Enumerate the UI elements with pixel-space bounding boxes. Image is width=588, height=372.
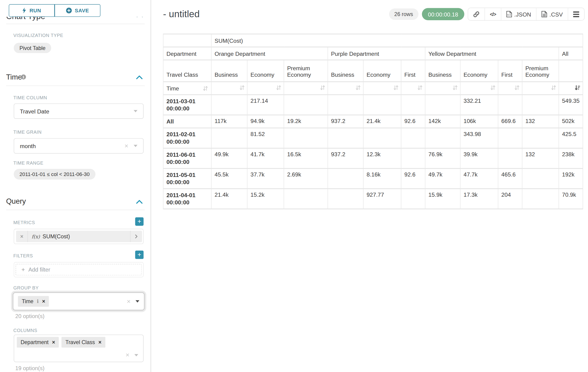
- time-collapse-chevron-icon[interactable]: [136, 75, 143, 80]
- remove-tag-icon[interactable]: ×: [52, 339, 55, 345]
- pivot-col-group-header: Yellow Department: [425, 47, 559, 60]
- pivot-value-cell: 12.3k: [363, 148, 401, 168]
- pivot-value-cell: 549.35: [559, 95, 583, 115]
- columns-tag-travel-class[interactable]: Travel Class ×: [62, 337, 105, 348]
- pivot-sort-cell: [425, 82, 460, 95]
- add-metric-button[interactable]: +: [135, 217, 144, 226]
- pivot-row-label: 2011-06-01 00:00:00: [163, 148, 211, 168]
- sort-icon[interactable]: [417, 85, 423, 91]
- pivot-value-cell: 669.6: [498, 115, 522, 128]
- remove-metric-icon[interactable]: ×: [16, 231, 27, 242]
- time-grain-select[interactable]: month ×: [14, 138, 144, 154]
- pivot-sort-cell: [522, 82, 559, 95]
- sort-icon[interactable]: [320, 85, 325, 91]
- pivot-row-dim-header: Department: [163, 47, 211, 60]
- sort-icon[interactable]: [355, 85, 361, 91]
- pivot-value-cell: 17.3k: [460, 189, 498, 209]
- export-csv-button[interactable]: .CSV: [536, 8, 568, 20]
- pivot-col-group-header: All: [559, 47, 583, 60]
- pivot-col-group-header: Orange Department: [211, 47, 328, 60]
- pivot-col-header: Economy: [460, 60, 498, 82]
- pivot-data-row: 2011-06-01 00:00:0049.9k41.7k16.5k937.21…: [163, 148, 583, 168]
- clear-icon[interactable]: ×: [127, 298, 131, 305]
- pivot-metric-header: SUM(Cost): [211, 34, 583, 47]
- pivot-value-cell: [363, 128, 401, 148]
- clear-icon[interactable]: ×: [126, 352, 129, 358]
- sort-icon[interactable]: [276, 85, 282, 91]
- menu-button[interactable]: [568, 8, 584, 20]
- pivot-value-cell: 49.7k: [425, 168, 460, 189]
- columns-label: COLUMNS: [13, 328, 37, 333]
- sort-icon[interactable]: [514, 85, 520, 91]
- pivot-sort-cell: [211, 82, 247, 95]
- pivot-corner-cell: [163, 34, 211, 47]
- visualization-type-value[interactable]: Pivot Table: [14, 43, 51, 53]
- pivot-row-axis-cell: Time: [163, 82, 211, 95]
- pivot-col-header: Economy: [247, 60, 284, 82]
- pivot-sort-cell: [401, 82, 425, 95]
- pivot-col-header: Premium Economy: [522, 60, 559, 82]
- group-by-select[interactable]: Time i × ×: [12, 292, 145, 311]
- pivot-sort-cell: [363, 82, 401, 95]
- pivot-col-header: First: [401, 60, 425, 82]
- sort-icon[interactable]: [393, 85, 399, 91]
- sort-desc-icon[interactable]: [575, 85, 580, 91]
- remove-tag-icon[interactable]: ×: [98, 339, 101, 345]
- sort-icon[interactable]: [203, 85, 208, 91]
- group-by-label: GROUP BY: [13, 285, 39, 291]
- pivot-value-cell: 37.7k: [247, 168, 284, 189]
- pivot-value-cell: [498, 148, 522, 168]
- pivot-row-dim-subheader: Travel Class: [163, 60, 211, 82]
- divider: [6, 85, 145, 86]
- time-range-value[interactable]: 2011-01-01 ≤ col < 2011-06-30: [14, 169, 95, 180]
- group-by-tag-time[interactable]: Time i ×: [18, 296, 49, 307]
- pivot-value-cell: 92.6: [401, 168, 425, 189]
- pivot-sort-cell: [284, 82, 328, 95]
- chevron-down-icon: [134, 354, 138, 356]
- pivot-value-cell: 41.7k: [247, 148, 284, 168]
- file-text-icon: [542, 11, 547, 18]
- pivot-row-label: 2011-04-01 00:00:00: [163, 189, 211, 209]
- embed-code-button[interactable]: </>: [484, 8, 501, 20]
- add-filter-dropzone[interactable]: + Add filter: [16, 264, 142, 275]
- pivot-value-cell: 15.2k: [247, 189, 284, 209]
- time-column-select[interactable]: Travel Date: [14, 104, 144, 119]
- columns-select[interactable]: Department × Travel Class × ×: [14, 335, 144, 362]
- pivot-value-cell: [328, 95, 363, 115]
- export-button-group: </> .JSON .CSV: [468, 8, 585, 21]
- sort-icon[interactable]: [452, 85, 458, 91]
- pivot-value-cell: [498, 95, 522, 115]
- group-by-options-hint: 20 option(s): [15, 313, 45, 319]
- chart-title[interactable]: - untitled: [163, 8, 200, 20]
- add-filter-button[interactable]: +: [135, 251, 144, 259]
- export-json-button[interactable]: .JSON: [501, 8, 536, 20]
- save-button[interactable]: SAVE: [55, 4, 100, 17]
- share-link-button[interactable]: [468, 8, 484, 20]
- filter-box: + Add filter: [14, 262, 144, 277]
- chevron-down-icon: [134, 110, 137, 112]
- pivot-value-cell: [284, 128, 328, 148]
- pivot-col-header: Business: [425, 60, 460, 82]
- sort-icon[interactable]: [490, 85, 495, 91]
- metric-pill[interactable]: × f(x) SUM(Cost): [16, 231, 142, 242]
- expand-metric-icon[interactable]: [131, 231, 142, 242]
- visualization-type-label: VISUALIZATION TYPE: [13, 33, 63, 38]
- code-icon: </>: [490, 11, 496, 17]
- pivot-value-cell: 106k: [460, 115, 498, 128]
- pivot-value-cell: 343.98: [460, 128, 498, 148]
- columns-tag-department[interactable]: Department ×: [17, 337, 59, 348]
- pivot-value-cell: 217.14: [247, 95, 284, 115]
- pivot-value-cell: 142k: [425, 115, 460, 128]
- plus-icon: +: [21, 266, 25, 273]
- pivot-value-cell: 204: [498, 189, 522, 209]
- sort-icon[interactable]: [551, 85, 556, 91]
- pivot-col-header: [559, 60, 583, 82]
- sort-icon[interactable]: [239, 85, 245, 91]
- query-collapse-chevron-icon[interactable]: [136, 200, 143, 204]
- remove-tag-icon[interactable]: ×: [42, 298, 45, 304]
- run-button[interactable]: RUN: [9, 4, 55, 17]
- pivot-value-cell: 76.9k: [425, 148, 460, 168]
- pivot-value-cell: [284, 95, 328, 115]
- clear-icon[interactable]: ×: [125, 143, 128, 149]
- pivot-value-cell: [522, 168, 559, 189]
